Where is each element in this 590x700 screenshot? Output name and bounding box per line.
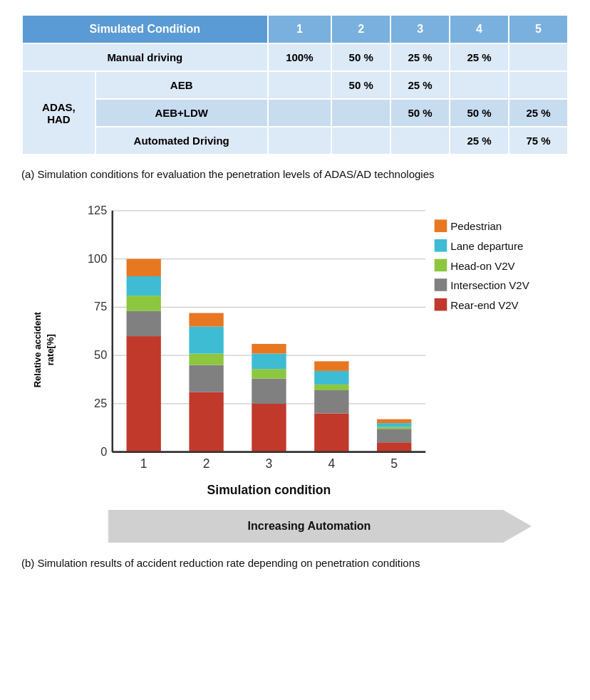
- manual-v5: [509, 43, 568, 71]
- svg-rect-38: [377, 429, 411, 442]
- svg-rect-32: [314, 390, 348, 414]
- svg-text:75: 75: [94, 300, 107, 313]
- adas-v2-0: 50 %: [331, 71, 390, 99]
- manual-driving-label: Manual driving: [22, 43, 268, 71]
- svg-rect-13: [127, 336, 161, 452]
- adas-v1-1: [268, 99, 332, 127]
- svg-text:Lane departure: Lane departure: [450, 240, 523, 252]
- manual-v4: 25 %: [450, 43, 509, 71]
- svg-text:3: 3: [266, 456, 273, 471]
- svg-rect-31: [314, 413, 348, 451]
- adas-v3-1: 50 %: [390, 99, 450, 127]
- svg-rect-26: [252, 378, 286, 403]
- svg-rect-21: [189, 353, 223, 365]
- adas-v3-2: [390, 127, 450, 155]
- svg-rect-28: [252, 353, 286, 369]
- svg-text:100: 100: [88, 251, 107, 264]
- svg-rect-39: [377, 427, 411, 429]
- caption-b: (b) Simulation results of accident reduc…: [21, 555, 569, 572]
- adas-sub-label-2: Automated Driving: [95, 127, 268, 155]
- automation-arrow: Increasing Automation: [108, 510, 531, 543]
- svg-rect-16: [127, 276, 161, 296]
- adas-v3-0: 25 %: [390, 71, 450, 99]
- adas-had-label: ADAS,HAD: [22, 71, 95, 155]
- adas-v4-1: 50 %: [450, 99, 509, 127]
- svg-rect-47: [435, 239, 447, 252]
- svg-text:Pedestrian: Pedestrian: [450, 220, 502, 232]
- adas-v5-2: 75 %: [509, 127, 568, 155]
- adas-v1-2: [268, 127, 332, 155]
- table-header-col5: 5: [509, 15, 568, 43]
- svg-rect-33: [314, 384, 348, 390]
- svg-rect-45: [435, 219, 447, 232]
- adas-sub-label-0: AEB: [95, 71, 268, 99]
- svg-text:25: 25: [94, 397, 107, 409]
- svg-rect-23: [189, 313, 223, 326]
- manual-v3: 25 %: [390, 43, 450, 71]
- bar-chart: 025507510012512345Simulation conditionPe…: [68, 197, 569, 501]
- table-header-col3: 3: [390, 15, 450, 43]
- svg-rect-53: [435, 298, 447, 310]
- adas-v4-2: 25 %: [450, 127, 509, 155]
- manual-v1: 100%: [268, 43, 332, 71]
- adas-v1-0: [268, 71, 332, 99]
- svg-text:Intersection V2V: Intersection V2V: [450, 279, 529, 291]
- svg-rect-19: [189, 392, 223, 451]
- svg-text:5: 5: [390, 456, 398, 471]
- svg-rect-40: [377, 423, 411, 427]
- adas-v5-1: 25 %: [509, 99, 568, 127]
- svg-rect-41: [377, 419, 411, 422]
- adas-v5-0: [509, 71, 568, 99]
- table-header-col2: 2: [331, 15, 390, 43]
- adas-v2-1: [331, 99, 390, 127]
- arrow-label: Increasing Automation: [108, 510, 502, 543]
- simulation-condition-table: Simulated Condition 1 2 3 4 5 Manual dri…: [21, 14, 569, 155]
- svg-text:50: 50: [94, 348, 107, 361]
- svg-text:Simulation condition: Simulation condition: [207, 482, 331, 496]
- table-header-condition: Simulated Condition: [22, 15, 268, 43]
- arrow-head: [503, 510, 532, 543]
- svg-text:2: 2: [203, 456, 210, 471]
- svg-text:0: 0: [100, 444, 107, 457]
- y-axis-label: Relative accidentrate[%]: [31, 312, 57, 387]
- svg-rect-20: [189, 365, 223, 392]
- svg-text:Rear-end V2V: Rear-end V2V: [450, 298, 518, 310]
- svg-rect-34: [314, 370, 348, 384]
- adas-v2-2: [331, 127, 390, 155]
- svg-rect-14: [127, 310, 161, 335]
- svg-text:125: 125: [88, 203, 107, 216]
- svg-rect-17: [127, 258, 161, 276]
- svg-rect-37: [377, 442, 411, 452]
- svg-rect-15: [127, 296, 161, 311]
- table-header-col4: 4: [450, 15, 509, 43]
- adas-v4-0: [450, 71, 509, 99]
- svg-text:Head-on V2V: Head-on V2V: [450, 259, 514, 271]
- chart-container: Relative accidentrate[%] 025507510012512…: [21, 197, 569, 503]
- svg-rect-49: [435, 258, 447, 271]
- svg-rect-27: [252, 369, 286, 379]
- table-header-col1: 1: [268, 15, 332, 43]
- automation-arrow-container: Increasing Automation: [71, 510, 569, 543]
- svg-text:1: 1: [140, 456, 148, 471]
- svg-rect-22: [189, 326, 223, 353]
- svg-rect-29: [252, 343, 286, 353]
- svg-rect-25: [252, 403, 286, 451]
- manual-v2: 50 %: [331, 43, 390, 71]
- adas-sub-label-1: AEB+LDW: [95, 99, 268, 127]
- svg-rect-35: [314, 361, 348, 371]
- caption-a: (a) Simulation conditions for evaluation…: [21, 167, 569, 183]
- svg-rect-51: [435, 278, 447, 291]
- svg-text:4: 4: [328, 456, 335, 471]
